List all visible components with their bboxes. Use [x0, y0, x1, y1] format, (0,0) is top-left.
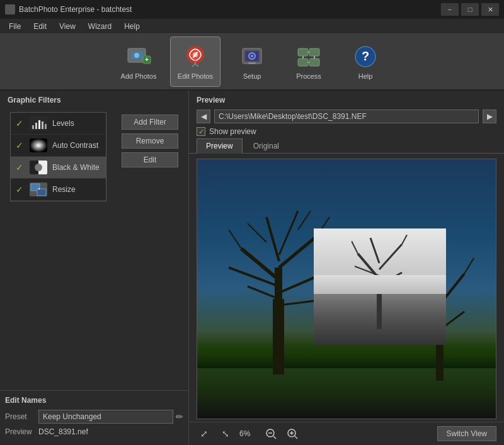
svg-rect-22 [38, 120, 40, 129]
maximize-button[interactable]: □ [461, 3, 479, 16]
show-preview-row: ✓ Show preview [189, 126, 504, 138]
show-preview-label: Show preview [209, 127, 256, 136]
photo-background [197, 159, 496, 419]
svg-rect-28 [35, 164, 42, 171]
svg-rect-30 [37, 189, 46, 196]
toolbar-process[interactable]: Process [284, 37, 334, 87]
svg-line-40 [279, 211, 298, 255]
svg-line-67 [295, 436, 297, 439]
tab-original[interactable]: Original [244, 138, 289, 153]
svg-rect-20 [32, 125, 34, 129]
svg-text:?: ? [362, 49, 369, 63]
filter-levels[interactable]: ✓ Levels [11, 113, 106, 135]
add-filter-button[interactable]: Add Filter [122, 115, 178, 130]
preview-name-row: Preview DSC_8391.nef [5, 427, 183, 436]
svg-rect-16 [309, 59, 319, 66]
tab-preview[interactable]: Preview [197, 138, 243, 154]
svg-rect-12 [248, 62, 256, 64]
edit-names-title: Edit Names [5, 396, 183, 405]
levels-check: ✓ [16, 118, 25, 128]
svg-line-37 [248, 286, 279, 299]
menu-bar: File Edit View Wizard Help [0, 19, 504, 34]
preview-area [197, 159, 496, 419]
svg-line-63 [273, 436, 276, 439]
menu-help[interactable]: Help [118, 21, 146, 32]
zoom-out-button[interactable] [263, 426, 278, 441]
menu-wizard[interactable]: Wizard [82, 21, 118, 32]
svg-rect-23 [42, 121, 43, 129]
title-bar: BatchPhoto Enterprise - batchtest − □ ✕ [0, 0, 504, 19]
window-controls: − □ ✕ [441, 3, 499, 16]
fit-button[interactable]: ⤢ [197, 426, 212, 441]
bw-check: ✓ [16, 162, 25, 172]
file-path-input[interactable] [214, 110, 479, 123]
zoom-in-button[interactable] [285, 426, 300, 441]
add-photos-label: Add Photos [121, 72, 157, 80]
menu-file[interactable]: File [3, 21, 27, 32]
nav-bar: ◀ ▶ [189, 107, 504, 126]
main-content: Graphic Filters ✓ [0, 91, 504, 445]
menu-view[interactable]: View [53, 21, 82, 32]
svg-line-52 [464, 258, 474, 274]
zoom-percent: 6% [239, 429, 257, 438]
preview-name-label: Preview [5, 427, 33, 436]
process-label: Process [296, 72, 321, 80]
help-icon: ? [352, 43, 379, 70]
preset-row: Preset Keep Unchanged Custom ✏ [5, 410, 183, 424]
svg-line-59 [352, 241, 358, 254]
auto-contrast-icon [30, 138, 47, 152]
auto-contrast-check: ✓ [16, 140, 25, 150]
svg-line-58 [370, 238, 379, 263]
toolbar-help[interactable]: ? Help [340, 37, 391, 87]
levels-icon [30, 116, 47, 130]
svg-rect-24 [45, 124, 47, 129]
svg-line-55 [379, 244, 402, 269]
svg-rect-14 [309, 48, 319, 56]
svg-rect-15 [298, 59, 308, 66]
edit-photos-icon [182, 43, 209, 70]
svg-line-36 [229, 268, 279, 286]
edit-names-section: Edit Names Preset Keep Unchanged Custom … [0, 390, 188, 445]
minimize-button[interactable]: − [441, 3, 459, 16]
toolbar-edit-photos[interactable]: Edit Photos [170, 37, 220, 87]
help-label: Help [358, 72, 373, 80]
preview-name-value: DSC_8391.nef [38, 427, 88, 436]
svg-line-39 [266, 217, 279, 261]
edit-pencil-icon[interactable]: ✏ [176, 412, 183, 422]
filter-resize[interactable]: ✓ Resize [11, 179, 106, 201]
show-preview-checkbox[interactable]: ✓ [197, 127, 205, 136]
next-button[interactable]: ▶ [483, 110, 496, 123]
preset-select[interactable]: Keep Unchanged Custom [38, 410, 173, 424]
filter-black-white[interactable]: ✓ Black & White [11, 157, 106, 179]
preset-label: Preset [5, 412, 33, 421]
graphic-filters-title: Graphic Filters [0, 91, 188, 107]
shrink-button[interactable]: ⤡ [218, 426, 233, 441]
app-icon [5, 4, 15, 14]
svg-text:+: + [145, 56, 149, 63]
svg-rect-13 [298, 48, 308, 56]
levels-label: Levels [52, 119, 74, 128]
right-panel: Preview ◀ ▶ ✓ Show preview Preview Origi… [189, 91, 504, 445]
switch-view-button[interactable]: Switch View [437, 426, 496, 441]
svg-line-42 [298, 211, 311, 230]
filters-list: ✓ Levels ✓ [10, 112, 106, 201]
menu-edit[interactable]: Edit [27, 21, 53, 32]
prev-button[interactable]: ◀ [197, 110, 210, 123]
toolbar-setup[interactable]: Setup [227, 37, 277, 87]
svg-rect-21 [35, 123, 37, 129]
svg-point-2 [134, 53, 139, 58]
toolbar-add-photos[interactable]: + Add Photos [113, 37, 164, 87]
edit-button[interactable]: Edit [122, 152, 178, 167]
app-title: BatchPhoto Enterprise - batchtest [19, 5, 132, 14]
bw-hilltop [314, 275, 446, 294]
add-photos-icon: + [125, 43, 152, 70]
filter-auto-contrast[interactable]: ✓ Auto Contrast [11, 135, 106, 157]
resize-icon [30, 183, 47, 196]
close-button[interactable]: ✕ [481, 3, 499, 16]
preview-tabs: Preview Original [189, 138, 504, 154]
edit-photos-label: Edit Photos [178, 72, 213, 80]
remove-button[interactable]: Remove [122, 133, 178, 149]
bw-icon [30, 161, 47, 174]
auto-contrast-label: Auto Contrast [52, 141, 98, 150]
svg-line-41 [248, 223, 266, 242]
